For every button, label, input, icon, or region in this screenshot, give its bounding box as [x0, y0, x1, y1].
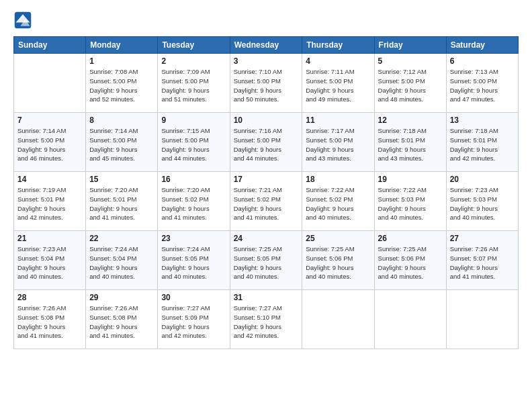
calendar-cell: 27Sunrise: 7:26 AM Sunset: 5:07 PM Dayli… — [446, 231, 518, 290]
calendar-day-header: Monday — [86, 37, 158, 54]
day-number: 23 — [161, 234, 226, 243]
day-number: 5 — [378, 56, 443, 66]
day-number: 19 — [378, 175, 443, 184]
calendar-header-row: SundayMondayTuesdayWednesdayThursdayFrid… — [14, 37, 519, 54]
day-number: 21 — [17, 234, 82, 243]
day-info: Sunrise: 7:24 AM Sunset: 5:05 PM Dayligh… — [161, 244, 226, 281]
day-info: Sunrise: 7:25 AM Sunset: 5:06 PM Dayligh… — [306, 244, 370, 281]
calendar-cell: 30Sunrise: 7:27 AM Sunset: 5:09 PM Dayli… — [158, 290, 230, 349]
calendar-cell: 16Sunrise: 7:20 AM Sunset: 5:02 PM Dayli… — [158, 172, 230, 231]
day-number: 25 — [306, 234, 370, 243]
day-number: 10 — [234, 116, 299, 125]
day-info: Sunrise: 7:27 AM Sunset: 5:10 PM Dayligh… — [234, 304, 299, 340]
calendar-cell — [14, 54, 86, 113]
calendar-cell: 24Sunrise: 7:25 AM Sunset: 5:05 PM Dayli… — [230, 231, 302, 290]
day-number: 17 — [234, 175, 299, 184]
day-number: 8 — [89, 116, 154, 125]
day-number: 29 — [89, 293, 154, 302]
day-number: 9 — [161, 116, 226, 125]
day-info: Sunrise: 7:14 AM Sunset: 5:00 PM Dayligh… — [17, 126, 82, 163]
calendar-cell: 23Sunrise: 7:24 AM Sunset: 5:05 PM Dayli… — [158, 231, 230, 290]
day-info: Sunrise: 7:10 AM Sunset: 5:00 PM Dayligh… — [234, 67, 299, 104]
logo-icon — [13, 11, 32, 30]
calendar-cell: 10Sunrise: 7:16 AM Sunset: 5:00 PM Dayli… — [230, 113, 302, 172]
calendar-cell: 12Sunrise: 7:18 AM Sunset: 5:01 PM Dayli… — [374, 113, 446, 172]
calendar-table: SundayMondayTuesdayWednesdayThursdayFrid… — [13, 36, 519, 349]
calendar-cell: 4Sunrise: 7:11 AM Sunset: 5:00 PM Daylig… — [302, 54, 374, 113]
day-number: 3 — [234, 56, 299, 66]
day-number: 15 — [89, 175, 154, 184]
day-number: 28 — [17, 293, 82, 302]
day-info: Sunrise: 7:23 AM Sunset: 5:03 PM Dayligh… — [450, 185, 515, 222]
day-number: 1 — [89, 56, 154, 66]
calendar-day-header: Thursday — [302, 37, 374, 54]
day-info: Sunrise: 7:15 AM Sunset: 5:00 PM Dayligh… — [161, 126, 226, 163]
day-info: Sunrise: 7:20 AM Sunset: 5:01 PM Dayligh… — [89, 185, 154, 222]
calendar-day-header: Friday — [374, 37, 446, 54]
day-info: Sunrise: 7:14 AM Sunset: 5:00 PM Dayligh… — [89, 126, 154, 163]
day-number: 27 — [450, 234, 515, 243]
day-info: Sunrise: 7:22 AM Sunset: 5:03 PM Dayligh… — [378, 185, 443, 222]
day-info: Sunrise: 7:17 AM Sunset: 5:00 PM Dayligh… — [306, 126, 370, 163]
calendar-cell: 22Sunrise: 7:24 AM Sunset: 5:04 PM Dayli… — [86, 231, 158, 290]
logo — [13, 11, 35, 30]
day-number: 30 — [161, 293, 226, 302]
calendar-cell — [302, 290, 374, 349]
day-number: 14 — [17, 175, 82, 184]
day-number: 18 — [306, 175, 370, 184]
day-info: Sunrise: 7:12 AM Sunset: 5:00 PM Dayligh… — [378, 67, 443, 104]
day-number: 4 — [306, 56, 370, 66]
calendar-week-row: 28Sunrise: 7:26 AM Sunset: 5:08 PM Dayli… — [14, 290, 519, 349]
day-info: Sunrise: 7:18 AM Sunset: 5:01 PM Dayligh… — [378, 126, 443, 163]
day-number: 20 — [450, 175, 515, 184]
day-info: Sunrise: 7:13 AM Sunset: 5:00 PM Dayligh… — [450, 67, 515, 104]
day-info: Sunrise: 7:21 AM Sunset: 5:02 PM Dayligh… — [234, 185, 299, 222]
day-info: Sunrise: 7:23 AM Sunset: 5:04 PM Dayligh… — [17, 244, 82, 281]
day-info: Sunrise: 7:26 AM Sunset: 5:07 PM Dayligh… — [450, 244, 515, 281]
calendar-cell: 29Sunrise: 7:26 AM Sunset: 5:08 PM Dayli… — [86, 290, 158, 349]
calendar-cell: 6Sunrise: 7:13 AM Sunset: 5:00 PM Daylig… — [446, 54, 518, 113]
day-info: Sunrise: 7:26 AM Sunset: 5:08 PM Dayligh… — [89, 304, 154, 340]
calendar-cell: 19Sunrise: 7:22 AM Sunset: 5:03 PM Dayli… — [374, 172, 446, 231]
calendar-cell: 28Sunrise: 7:26 AM Sunset: 5:08 PM Dayli… — [14, 290, 86, 349]
calendar-cell: 9Sunrise: 7:15 AM Sunset: 5:00 PM Daylig… — [158, 113, 230, 172]
day-number: 24 — [234, 234, 299, 243]
day-info: Sunrise: 7:11 AM Sunset: 5:00 PM Dayligh… — [306, 67, 370, 104]
day-info: Sunrise: 7:24 AM Sunset: 5:04 PM Dayligh… — [89, 244, 154, 281]
calendar-week-row: 7Sunrise: 7:14 AM Sunset: 5:00 PM Daylig… — [14, 113, 519, 172]
calendar-cell: 25Sunrise: 7:25 AM Sunset: 5:06 PM Dayli… — [302, 231, 374, 290]
calendar-cell: 13Sunrise: 7:18 AM Sunset: 5:01 PM Dayli… — [446, 113, 518, 172]
calendar-week-row: 21Sunrise: 7:23 AM Sunset: 5:04 PM Dayli… — [14, 231, 519, 290]
day-info: Sunrise: 7:16 AM Sunset: 5:00 PM Dayligh… — [234, 126, 299, 163]
calendar-cell: 14Sunrise: 7:19 AM Sunset: 5:01 PM Dayli… — [14, 172, 86, 231]
day-number: 13 — [450, 116, 515, 125]
day-number: 2 — [161, 56, 226, 66]
calendar-cell: 5Sunrise: 7:12 AM Sunset: 5:00 PM Daylig… — [374, 54, 446, 113]
day-info: Sunrise: 7:18 AM Sunset: 5:01 PM Dayligh… — [450, 126, 515, 163]
calendar-cell: 31Sunrise: 7:27 AM Sunset: 5:10 PM Dayli… — [230, 290, 302, 349]
day-number: 11 — [306, 116, 370, 125]
calendar-cell — [446, 290, 518, 349]
page: SundayMondayTuesdayWednesdayThursdayFrid… — [0, 0, 532, 411]
calendar-cell: 15Sunrise: 7:20 AM Sunset: 5:01 PM Dayli… — [86, 172, 158, 231]
day-number: 6 — [450, 56, 515, 66]
calendar-week-row: 1Sunrise: 7:08 AM Sunset: 5:00 PM Daylig… — [14, 54, 519, 113]
day-info: Sunrise: 7:26 AM Sunset: 5:08 PM Dayligh… — [17, 304, 82, 340]
calendar-cell: 2Sunrise: 7:09 AM Sunset: 5:00 PM Daylig… — [158, 54, 230, 113]
calendar-week-row: 14Sunrise: 7:19 AM Sunset: 5:01 PM Dayli… — [14, 172, 519, 231]
day-number: 22 — [89, 234, 154, 243]
header — [13, 11, 519, 30]
day-number: 26 — [378, 234, 443, 243]
calendar-cell: 18Sunrise: 7:22 AM Sunset: 5:02 PM Dayli… — [302, 172, 374, 231]
calendar-cell: 11Sunrise: 7:17 AM Sunset: 5:00 PM Dayli… — [302, 113, 374, 172]
day-info: Sunrise: 7:20 AM Sunset: 5:02 PM Dayligh… — [161, 185, 226, 222]
calendar-cell: 20Sunrise: 7:23 AM Sunset: 5:03 PM Dayli… — [446, 172, 518, 231]
day-info: Sunrise: 7:25 AM Sunset: 5:06 PM Dayligh… — [378, 244, 443, 281]
calendar-day-header: Tuesday — [158, 37, 230, 54]
day-info: Sunrise: 7:19 AM Sunset: 5:01 PM Dayligh… — [17, 185, 82, 222]
calendar-day-header: Saturday — [446, 37, 518, 54]
calendar-cell: 17Sunrise: 7:21 AM Sunset: 5:02 PM Dayli… — [230, 172, 302, 231]
calendar-cell: 1Sunrise: 7:08 AM Sunset: 5:00 PM Daylig… — [86, 54, 158, 113]
calendar-cell — [374, 290, 446, 349]
calendar-cell: 8Sunrise: 7:14 AM Sunset: 5:00 PM Daylig… — [86, 113, 158, 172]
